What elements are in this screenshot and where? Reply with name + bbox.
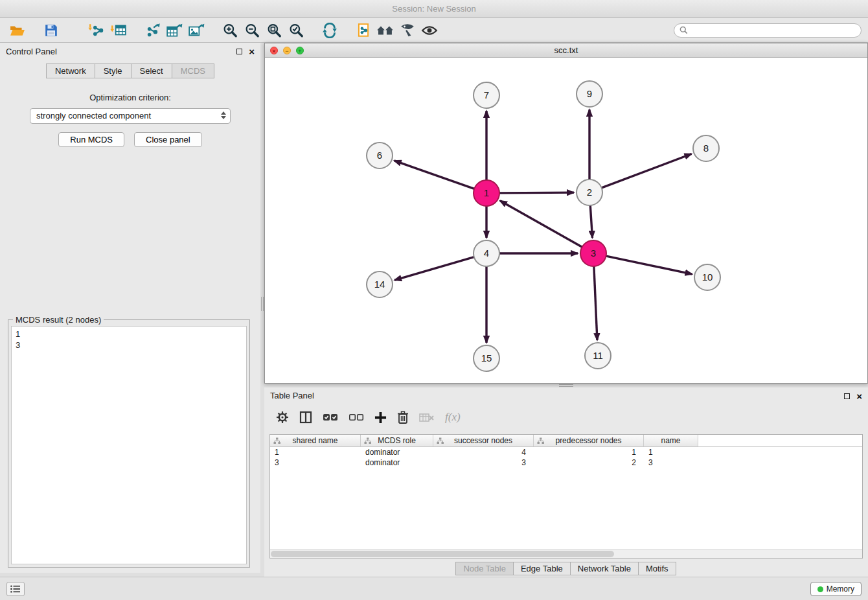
graph-edge-3-10[interactable] xyxy=(606,256,692,274)
splitter-grip[interactable] xyxy=(261,297,264,311)
graph-edge-3-11[interactable] xyxy=(594,266,597,340)
export-image-button[interactable] xyxy=(185,20,207,41)
graph-edge-3-1[interactable] xyxy=(500,201,582,247)
graph-edge-1-6[interactable] xyxy=(394,161,474,189)
float-table-panel-icon[interactable] xyxy=(844,393,850,399)
mcds-result-title: MCDS result (2 nodes) xyxy=(13,315,104,325)
table-horizontal-scrollbar[interactable] xyxy=(270,549,862,558)
create-column-button[interactable] xyxy=(374,411,387,424)
tab-select[interactable]: Select xyxy=(131,63,172,78)
tab-mcds[interactable]: MCDS xyxy=(172,63,214,78)
column-label: successor nodes xyxy=(454,436,512,445)
zoom-out-button[interactable] xyxy=(241,20,263,41)
unchecked-boxes-icon xyxy=(348,413,364,422)
save-floppy-icon xyxy=(44,23,58,38)
tab-motifs[interactable]: Motifs xyxy=(638,562,676,575)
result-line: 3 xyxy=(16,340,242,351)
toolbar-search-box[interactable] xyxy=(674,23,862,38)
column-header-mcds-role[interactable]: MCDS role xyxy=(361,435,433,446)
delete-table-button[interactable] xyxy=(419,412,435,422)
memory-button[interactable]: Memory xyxy=(810,582,862,596)
zoom-fit-button[interactable] xyxy=(263,20,285,41)
close-window-icon[interactable]: × xyxy=(270,47,278,54)
cell-predecessor-nodes[interactable]: 1 xyxy=(534,447,644,457)
table-row[interactable]: 1 dominator 4 1 1 xyxy=(270,447,862,457)
app-titlebar: Session: New Session xyxy=(0,0,868,18)
network-canvas[interactable]: 7968124314101511 xyxy=(265,58,867,383)
float-panel-icon[interactable] xyxy=(236,49,242,54)
tab-edge-table[interactable]: Edge Table xyxy=(513,562,571,575)
search-input[interactable] xyxy=(691,26,856,35)
cell-mcds-role[interactable]: dominator xyxy=(361,457,433,468)
graph-edge-2-8[interactable] xyxy=(602,154,692,187)
close-table-panel-icon[interactable]: × xyxy=(856,391,862,401)
column-header-successor-nodes[interactable]: successor nodes xyxy=(433,435,534,446)
clone-network-button[interactable] xyxy=(352,20,374,41)
cell-shared-name[interactable]: 1 xyxy=(270,447,361,457)
mcds-result-list[interactable]: 1 3 xyxy=(11,326,247,564)
scrollbar-thumb[interactable] xyxy=(271,551,614,557)
import-network-button[interactable] xyxy=(86,20,108,41)
refresh-icon xyxy=(322,23,337,38)
show-graphics-button[interactable] xyxy=(418,20,440,41)
status-bar: Memory xyxy=(0,577,868,600)
cell-successor-nodes[interactable]: 4 xyxy=(433,447,534,457)
tab-style[interactable]: Style xyxy=(95,63,131,78)
table-row[interactable]: 3 dominator 3 2 3 xyxy=(270,457,862,468)
graph-edge-2-3[interactable] xyxy=(590,205,592,238)
memory-status-icon xyxy=(817,586,823,592)
zoom-window-icon[interactable]: + xyxy=(296,47,304,54)
column-header-predecessor-nodes[interactable]: predecessor nodes xyxy=(534,435,644,446)
close-panel-button[interactable]: Close panel xyxy=(134,132,202,147)
unselect-all-columns-button[interactable] xyxy=(348,413,364,422)
table-settings-button[interactable] xyxy=(276,411,289,424)
cell-predecessor-nodes[interactable]: 2 xyxy=(534,457,644,468)
home-icon xyxy=(376,23,394,38)
main-toolbar xyxy=(0,18,868,43)
optimization-criterion-select[interactable]: strongly connected component xyxy=(30,108,231,124)
tab-node-table[interactable]: Node Table xyxy=(455,562,514,575)
cell-shared-name[interactable]: 3 xyxy=(270,457,361,468)
cell-mcds-role[interactable]: dominator xyxy=(361,447,433,457)
zoom-selected-button[interactable] xyxy=(285,20,307,41)
node-table: shared name MCDS role successor nodes pr… xyxy=(269,434,863,559)
cell-name[interactable]: 3 xyxy=(644,457,698,468)
column-header-shared-name[interactable]: shared name xyxy=(270,435,361,446)
graph-node-label: 2 xyxy=(587,187,592,198)
save-session-button[interactable] xyxy=(40,20,62,41)
export-network-button[interactable] xyxy=(141,20,163,41)
graph-edge-4-14[interactable] xyxy=(394,257,474,281)
trash-icon xyxy=(397,411,409,424)
import-table-button[interactable] xyxy=(108,20,130,41)
splitter-grip[interactable] xyxy=(559,384,573,387)
run-mcds-button[interactable]: Run MCDS xyxy=(58,132,124,147)
network-window-titlebar[interactable]: × − + scc.txt xyxy=(265,43,867,58)
network-view-window: × − + scc.txt 7968124314101511 xyxy=(264,43,868,384)
graph-edge-1-2[interactable] xyxy=(499,192,574,193)
tab-network-table[interactable]: Network Table xyxy=(570,562,639,575)
open-file-button[interactable] xyxy=(6,20,29,41)
zoom-in-button[interactable] xyxy=(219,20,241,41)
apply-style-button[interactable] xyxy=(396,20,418,41)
network-graph[interactable]: 7968124314101511 xyxy=(265,58,867,384)
home-view-button[interactable] xyxy=(374,20,396,41)
cell-successor-nodes[interactable]: 3 xyxy=(433,457,534,468)
export-table-button[interactable] xyxy=(163,20,185,41)
table-toolbar: f(x) xyxy=(276,407,461,428)
select-all-columns-button[interactable] xyxy=(323,413,338,422)
column-label: name xyxy=(661,436,680,445)
search-icon xyxy=(680,26,688,34)
graph-node-label: 7 xyxy=(484,89,489,100)
tab-network[interactable]: Network xyxy=(46,63,95,78)
split-columns-button[interactable] xyxy=(299,411,312,424)
function-builder-button[interactable]: f(x) xyxy=(445,411,461,424)
show-panel-button[interactable] xyxy=(6,582,25,596)
delete-columns-button[interactable] xyxy=(397,411,409,424)
column-header-name[interactable]: name xyxy=(644,435,698,446)
cell-name[interactable]: 1 xyxy=(644,447,698,457)
refresh-view-button[interactable] xyxy=(319,20,341,41)
import-network-icon xyxy=(88,23,105,38)
graph-node-label: 6 xyxy=(377,150,382,161)
close-panel-icon[interactable]: × xyxy=(249,47,255,56)
minimize-window-icon[interactable]: − xyxy=(283,47,291,54)
